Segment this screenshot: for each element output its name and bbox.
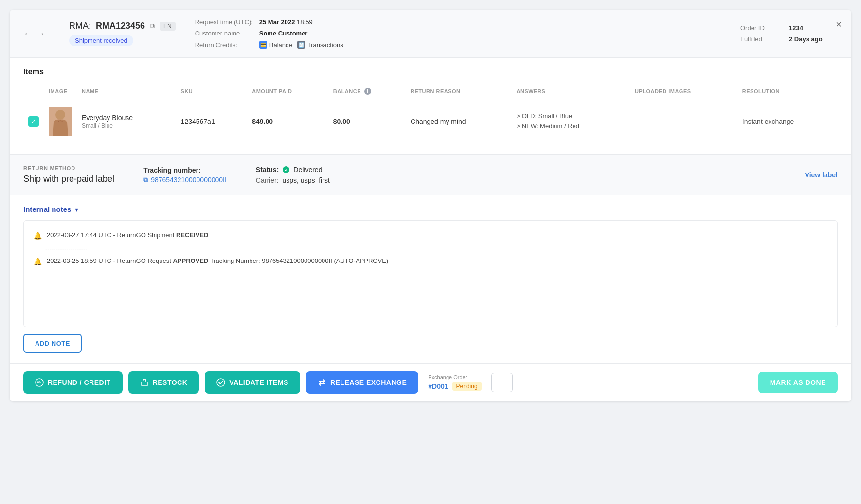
col-balance: BALANCE i xyxy=(328,84,406,99)
chevron-down-icon: ▾ xyxy=(75,206,78,213)
refund-credit-button[interactable]: REFUND / CREDIT xyxy=(23,371,123,394)
note-item-1: 🔔 2022-03-27 17:44 UTC - ReturnGO Shipme… xyxy=(34,230,827,241)
exchange-order-id[interactable]: #D001 xyxy=(428,382,448,390)
refund-icon xyxy=(35,378,44,387)
exchange-icon xyxy=(318,378,326,387)
fulfilled-row: Fulfilled 2 Days ago xyxy=(740,35,838,43)
restock-button[interactable]: RESTOCK xyxy=(128,371,199,394)
close-button[interactable]: × xyxy=(836,19,842,29)
note-text-2: 2022-03-25 18:59 UTC - ReturnGO Request … xyxy=(47,256,388,266)
order-id-label: Order ID xyxy=(740,24,779,32)
return-credits-row: Return Credits: 💳 Balance 🧾 Transactions xyxy=(195,41,343,49)
header: ← → RMA: RMA123456 ⧉ EN Shipment receive… xyxy=(10,10,851,58)
nav-back-button[interactable]: ← xyxy=(23,29,32,39)
rma-prefix: RMA: xyxy=(69,21,91,31)
item-uploaded-images-cell xyxy=(630,99,737,144)
tracking-copy-icon: ⧉ xyxy=(144,176,148,184)
item-checkbox-cell[interactable]: ✓ xyxy=(23,99,44,144)
col-amount-paid: AMOUNT PAID xyxy=(247,84,328,99)
item-amount: $49.00 xyxy=(252,118,273,125)
col-image-thumb: IMAGE xyxy=(44,84,77,99)
validate-items-label: VALIDATE ITEMS xyxy=(229,379,288,386)
items-section: Items IMAGE NAME SKU AMOUNT PAID BALANCE… xyxy=(10,58,851,154)
mark-as-done-button[interactable]: MARK AS DONE xyxy=(758,372,838,393)
lang-badge: EN xyxy=(160,22,176,31)
product-image-svg xyxy=(49,107,72,136)
item-variant: Small / Blue xyxy=(82,122,171,129)
carrier-value: usps, usps_first xyxy=(283,176,330,184)
add-note-button[interactable]: ADD NOTE xyxy=(23,334,82,353)
exchange-order-row: #D001 Pending xyxy=(428,382,481,391)
more-options-button[interactable]: ⋮ xyxy=(491,373,513,392)
transactions-credit-item[interactable]: 🧾 Transactions xyxy=(297,41,343,49)
rma-id: RMA123456 xyxy=(96,21,145,31)
refund-credit-label: REFUND / CREDIT xyxy=(48,379,111,386)
item-balance-cell: $0.00 xyxy=(328,99,406,144)
note-text-1: 2022-03-27 17:44 UTC - ReturnGO Shipment… xyxy=(47,230,208,240)
col-image xyxy=(23,84,44,99)
restock-icon xyxy=(140,378,149,387)
item-answers: > OLD: Small / Blue > NEW: Medium / Red xyxy=(517,111,625,132)
release-exchange-button[interactable]: RELEASE EXCHANGE xyxy=(306,371,418,394)
note-bold-1: RECEIVED xyxy=(176,231,208,239)
nav-forward-button[interactable]: → xyxy=(36,29,45,39)
col-uploaded-images: UPLOADED IMAGES xyxy=(630,84,737,99)
notes-header[interactable]: Internal notes ▾ xyxy=(23,205,838,213)
validate-items-button[interactable]: VALIDATE ITEMS xyxy=(205,371,300,394)
col-answers: ANSWERS xyxy=(512,84,630,99)
status-section: Status: Delivered Carrier: usps, usps_fi… xyxy=(256,166,330,184)
request-time-value: 25 Mar 2022 18:59 xyxy=(259,18,313,26)
pending-badge: Pending xyxy=(452,382,482,391)
tracking-section: Tracking number: ⧉ 9876543210000000000II xyxy=(144,166,227,184)
status-value: Delivered xyxy=(293,166,322,174)
bell-icon-2: 🔔 xyxy=(34,257,42,267)
status-badge: Shipment received xyxy=(69,35,133,46)
copy-icon[interactable]: ⧉ xyxy=(150,22,155,30)
note-divider: -------------------- xyxy=(34,245,827,252)
tracking-number[interactable]: ⧉ 9876543210000000000II xyxy=(144,176,227,184)
credit-icons: 💳 Balance 🧾 Transactions xyxy=(259,41,343,49)
customer-name-value: Some Customer xyxy=(259,30,308,37)
receipt-icon: 🧾 xyxy=(297,41,305,49)
item-resolution-cell: Instant exchange xyxy=(737,99,838,144)
col-return-reason: RETURN REASON xyxy=(406,84,512,99)
order-id-value: 1234 xyxy=(789,24,803,32)
carrier-label: Carrier: xyxy=(256,176,279,184)
note-item-2: 🔔 2022-03-25 18:59 UTC - ReturnGO Reques… xyxy=(34,256,827,267)
request-time-row: Request time (UTC): 25 Mar 2022 18:59 xyxy=(195,18,343,26)
item-name-cell: Everyday Blouse Small / Blue xyxy=(77,99,176,144)
item-sku: 1234567a1 xyxy=(181,118,215,125)
tracking-number-value: 9876543210000000000II xyxy=(151,176,227,184)
answer-old: > OLD: Small / Blue xyxy=(517,111,625,122)
balance-credit-item[interactable]: 💳 Balance xyxy=(259,41,292,49)
header-meta: Request time (UTC): 25 Mar 2022 18:59 Cu… xyxy=(195,18,343,49)
answer-new: > NEW: Medium / Red xyxy=(517,122,625,132)
notes-title: Internal notes xyxy=(23,205,71,213)
svg-point-5 xyxy=(217,379,225,386)
notes-box: 🔔 2022-03-27 17:44 UTC - ReturnGO Shipme… xyxy=(23,220,838,327)
return-method-value: Ship with pre-paid label xyxy=(23,174,114,184)
status-label: Status: xyxy=(256,166,279,174)
nav-arrows: ← → xyxy=(23,29,45,39)
item-balance: $0.00 xyxy=(333,118,350,125)
status-dot xyxy=(283,166,289,173)
status-row: Status: Delivered xyxy=(256,166,330,174)
transactions-label: Transactions xyxy=(307,41,343,49)
item-checkbox[interactable]: ✓ xyxy=(28,116,39,127)
items-title: Items xyxy=(23,68,838,76)
item-resolution: Instant exchange xyxy=(742,118,794,125)
item-sku-cell: 1234567a1 xyxy=(176,99,248,144)
exchange-order-label: Exchange Order xyxy=(428,374,481,380)
mark-as-done-label: MARK AS DONE xyxy=(770,379,826,386)
col-sku: SKU xyxy=(176,84,248,99)
validate-icon xyxy=(216,378,225,387)
fulfilled-value: 2 Days ago xyxy=(789,35,823,43)
customer-name-row: Customer name Some Customer xyxy=(195,30,343,37)
item-image-cell xyxy=(44,99,77,144)
carrier-row: Carrier: usps, usps_first xyxy=(256,176,330,184)
action-bar: REFUND / CREDIT RESTOCK VALIDATE ITEMS xyxy=(10,363,851,401)
balance-info-icon[interactable]: i xyxy=(364,88,371,95)
check-svg xyxy=(284,167,288,172)
view-label-link[interactable]: View label xyxy=(805,171,838,179)
svg-point-3 xyxy=(36,379,43,386)
